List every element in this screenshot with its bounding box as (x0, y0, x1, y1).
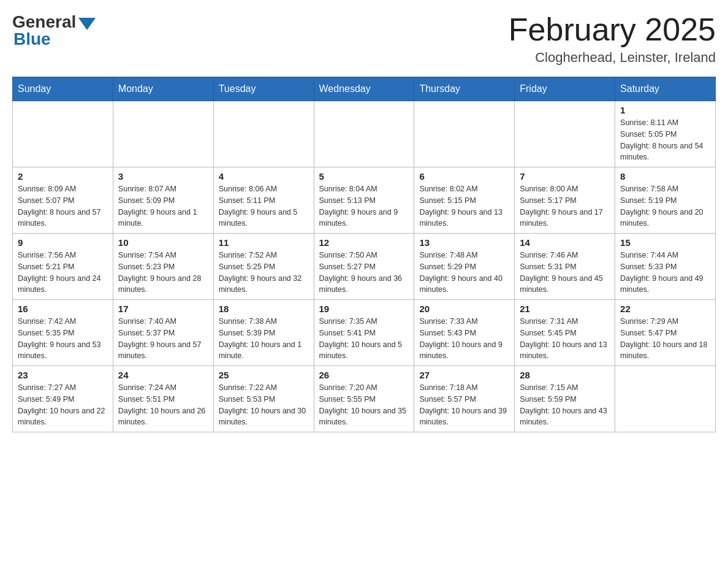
day-number: 14 (520, 237, 610, 248)
calendar-cell-w2-d4: 5Sunrise: 8:04 AMSunset: 5:13 PMDaylight… (314, 167, 414, 234)
calendar-cell-w2-d1: 2Sunrise: 8:09 AMSunset: 5:07 PMDaylight… (13, 167, 113, 234)
day-number: 4 (219, 171, 309, 182)
day-info: Sunrise: 7:40 AMSunset: 5:37 PMDaylight:… (118, 316, 208, 362)
day-info: Sunrise: 7:20 AMSunset: 5:55 PMDaylight:… (319, 382, 409, 428)
day-number: 22 (620, 304, 710, 314)
calendar-cell-w3-d6: 14Sunrise: 7:46 AMSunset: 5:31 PMDayligh… (515, 234, 615, 300)
day-info: Sunrise: 8:06 AMSunset: 5:11 PMDaylight:… (219, 183, 309, 229)
header-sunday: Sunday (13, 77, 113, 101)
header-tuesday: Tuesday (213, 77, 314, 101)
calendar-cell-w5-d3: 25Sunrise: 7:22 AMSunset: 5:53 PMDayligh… (213, 366, 314, 432)
calendar-cell-w5-d7 (615, 366, 716, 432)
calendar-week-2: 2Sunrise: 8:09 AMSunset: 5:07 PMDaylight… (13, 167, 716, 234)
logo-arrow-icon (78, 18, 96, 30)
calendar-cell-w3-d3: 11Sunrise: 7:52 AMSunset: 5:25 PMDayligh… (213, 234, 314, 300)
calendar-week-5: 23Sunrise: 7:27 AMSunset: 5:49 PMDayligh… (13, 366, 716, 432)
header-saturday: Saturday (615, 77, 716, 101)
day-number: 2 (18, 171, 108, 182)
calendar-cell-w5-d1: 23Sunrise: 7:27 AMSunset: 5:49 PMDayligh… (13, 366, 113, 432)
calendar-cell-w3-d2: 10Sunrise: 7:54 AMSunset: 5:23 PMDayligh… (113, 234, 213, 300)
day-info: Sunrise: 7:33 AMSunset: 5:43 PMDaylight:… (419, 316, 509, 362)
day-number: 26 (319, 370, 409, 380)
day-number: 17 (118, 304, 208, 314)
day-info: Sunrise: 7:44 AMSunset: 5:33 PMDaylight:… (620, 250, 710, 296)
day-info: Sunrise: 8:09 AMSunset: 5:07 PMDaylight:… (18, 183, 108, 229)
calendar-cell-w4-d2: 17Sunrise: 7:40 AMSunset: 5:37 PMDayligh… (113, 300, 213, 366)
day-number: 9 (18, 237, 108, 248)
day-number: 15 (620, 237, 710, 248)
day-info: Sunrise: 7:58 AMSunset: 5:19 PMDaylight:… (620, 183, 710, 229)
calendar-cell-w1-d5 (414, 101, 515, 167)
calendar-cell-w3-d7: 15Sunrise: 7:44 AMSunset: 5:33 PMDayligh… (615, 234, 716, 300)
day-info: Sunrise: 7:48 AMSunset: 5:29 PMDaylight:… (419, 250, 509, 296)
day-info: Sunrise: 7:27 AMSunset: 5:49 PMDaylight:… (18, 382, 108, 428)
location: Clogherhead, Leinster, Ireland (509, 50, 716, 66)
page-header: General Blue February 2025 Clogherhead, … (12, 12, 716, 66)
calendar-table: Sunday Monday Tuesday Wednesday Thursday… (12, 77, 716, 432)
day-info: Sunrise: 7:42 AMSunset: 5:35 PMDaylight:… (18, 316, 108, 362)
calendar-cell-w3-d4: 12Sunrise: 7:50 AMSunset: 5:27 PMDayligh… (314, 234, 414, 300)
day-info: Sunrise: 7:24 AMSunset: 5:51 PMDaylight:… (118, 382, 208, 428)
header-friday: Friday (515, 77, 615, 101)
day-number: 18 (219, 304, 309, 314)
day-number: 8 (620, 171, 710, 182)
header-wednesday: Wednesday (314, 77, 414, 101)
day-number: 12 (319, 237, 409, 248)
day-info: Sunrise: 7:38 AMSunset: 5:39 PMDaylight:… (219, 316, 309, 362)
calendar-cell-w1-d3 (213, 101, 314, 167)
calendar-cell-w4-d5: 20Sunrise: 7:33 AMSunset: 5:43 PMDayligh… (414, 300, 515, 366)
day-number: 19 (319, 304, 409, 314)
day-number: 21 (520, 304, 610, 314)
calendar-cell-w4-d7: 22Sunrise: 7:29 AMSunset: 5:47 PMDayligh… (615, 300, 716, 366)
calendar-week-1: 1Sunrise: 8:11 AMSunset: 5:05 PMDaylight… (13, 101, 716, 167)
day-number: 23 (18, 370, 108, 380)
day-info: Sunrise: 7:46 AMSunset: 5:31 PMDaylight:… (520, 250, 610, 296)
day-info: Sunrise: 8:07 AMSunset: 5:09 PMDaylight:… (118, 183, 208, 229)
logo-blue: Blue (12, 29, 51, 49)
calendar-cell-w4-d4: 19Sunrise: 7:35 AMSunset: 5:41 PMDayligh… (314, 300, 414, 366)
calendar-cell-w5-d5: 27Sunrise: 7:18 AMSunset: 5:57 PMDayligh… (414, 366, 515, 432)
header-monday: Monday (113, 77, 213, 101)
day-info: Sunrise: 7:35 AMSunset: 5:41 PMDaylight:… (319, 316, 409, 362)
day-number: 16 (18, 304, 108, 314)
day-number: 25 (219, 370, 309, 380)
calendar-cell-w2-d3: 4Sunrise: 8:06 AMSunset: 5:11 PMDaylight… (213, 167, 314, 234)
day-info: Sunrise: 7:22 AMSunset: 5:53 PMDaylight:… (219, 382, 309, 428)
calendar-cell-w1-d4 (314, 101, 414, 167)
day-info: Sunrise: 7:54 AMSunset: 5:23 PMDaylight:… (118, 250, 208, 296)
calendar-cell-w2-d5: 6Sunrise: 8:02 AMSunset: 5:15 PMDaylight… (414, 167, 515, 234)
day-number: 28 (520, 370, 610, 380)
calendar-cell-w5-d6: 28Sunrise: 7:15 AMSunset: 5:59 PMDayligh… (515, 366, 615, 432)
day-number: 7 (520, 171, 610, 182)
day-info: Sunrise: 8:11 AMSunset: 5:05 PMDaylight:… (620, 117, 710, 163)
day-info: Sunrise: 7:52 AMSunset: 5:25 PMDaylight:… (219, 250, 309, 296)
calendar-cell-w1-d7: 1Sunrise: 8:11 AMSunset: 5:05 PMDaylight… (615, 101, 716, 167)
calendar-cell-w3-d1: 9Sunrise: 7:56 AMSunset: 5:21 PMDaylight… (13, 234, 113, 300)
calendar-cell-w1-d2 (113, 101, 213, 167)
day-number: 10 (118, 237, 208, 248)
day-info: Sunrise: 7:50 AMSunset: 5:27 PMDaylight:… (319, 250, 409, 296)
title-block: February 2025 Clogherhead, Leinster, Ire… (509, 12, 716, 66)
calendar-header-row: Sunday Monday Tuesday Wednesday Thursday… (13, 77, 716, 101)
day-number: 3 (118, 171, 208, 182)
day-info: Sunrise: 8:02 AMSunset: 5:15 PMDaylight:… (419, 183, 509, 229)
logo: General Blue (12, 12, 96, 49)
day-info: Sunrise: 7:15 AMSunset: 5:59 PMDaylight:… (520, 382, 610, 428)
day-info: Sunrise: 8:00 AMSunset: 5:17 PMDaylight:… (520, 183, 610, 229)
day-number: 24 (118, 370, 208, 380)
calendar-cell-w1-d6 (515, 101, 615, 167)
calendar-cell-w4-d3: 18Sunrise: 7:38 AMSunset: 5:39 PMDayligh… (213, 300, 314, 366)
calendar-cell-w4-d1: 16Sunrise: 7:42 AMSunset: 5:35 PMDayligh… (13, 300, 113, 366)
calendar-cell-w2-d7: 8Sunrise: 7:58 AMSunset: 5:19 PMDaylight… (615, 167, 716, 234)
day-number: 11 (219, 237, 309, 248)
calendar-cell-w5-d2: 24Sunrise: 7:24 AMSunset: 5:51 PMDayligh… (113, 366, 213, 432)
day-number: 1 (620, 105, 710, 115)
day-info: Sunrise: 7:29 AMSunset: 5:47 PMDaylight:… (620, 316, 710, 362)
calendar-cell-w3-d5: 13Sunrise: 7:48 AMSunset: 5:29 PMDayligh… (414, 234, 515, 300)
month-title: February 2025 (509, 12, 716, 47)
day-number: 13 (419, 237, 509, 248)
calendar-week-3: 9Sunrise: 7:56 AMSunset: 5:21 PMDaylight… (13, 234, 716, 300)
day-info: Sunrise: 8:04 AMSunset: 5:13 PMDaylight:… (319, 183, 409, 229)
calendar-cell-w1-d1 (13, 101, 113, 167)
calendar-week-4: 16Sunrise: 7:42 AMSunset: 5:35 PMDayligh… (13, 300, 716, 366)
